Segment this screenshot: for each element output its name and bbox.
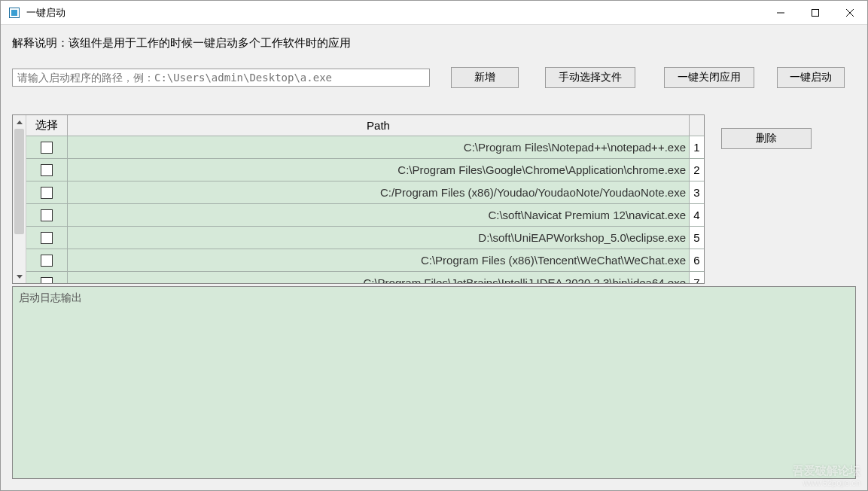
cell-path: C:\Program Files (x86)\Tencent\WeChat\We… [68, 249, 689, 271]
close-button[interactable] [833, 1, 867, 25]
header-select[interactable]: 选择 [26, 115, 68, 136]
cell-select [26, 249, 68, 271]
cell-select [26, 181, 68, 203]
table-row[interactable]: D:\soft\UniEAPWorkshop_5.0\eclipse.exe5 [26, 227, 704, 249]
titlebar-controls [763, 1, 867, 25]
vertical-scrollbar[interactable] [13, 115, 26, 283]
button-group-left: 新增 手动选择文件 [451, 67, 635, 88]
cell-select [26, 227, 68, 249]
table-main: 选择 Path C:\Program Files\Notepad++\notep… [26, 115, 704, 283]
cell-select [26, 272, 68, 283]
header-num [689, 115, 704, 136]
close-all-button[interactable]: 一键关闭应用 [664, 67, 754, 88]
cell-select [26, 136, 68, 158]
window-title: 一键启动 [26, 6, 65, 20]
svg-rect-1 [11, 10, 17, 16]
cell-path: D:\soft\UniEAPWorkshop_5.0\eclipse.exe [68, 227, 689, 249]
svg-marker-6 [17, 120, 23, 124]
scroll-thumb[interactable] [14, 129, 24, 234]
table-row[interactable]: C:\Program Files (x86)\Tencent\WeChat\We… [26, 249, 704, 272]
table-row[interactable]: C:\Program Files\Notepad++\notepad++.exe… [26, 136, 704, 159]
row-checkbox[interactable] [41, 255, 53, 267]
table-row[interactable]: C:\soft\Navicat Premium 12\navicat.exe4 [26, 204, 704, 227]
header-path[interactable]: Path [68, 115, 689, 136]
log-output[interactable]: 启动日志输出 [12, 286, 856, 479]
titlebar-left: 一键启动 [8, 6, 65, 20]
table-body: C:\Program Files\Notepad++\notepad++.exe… [26, 136, 704, 283]
table-row[interactable]: C:\Program Files\JetBrains\IntelliJ IDEA… [26, 272, 704, 283]
minimize-button[interactable] [763, 1, 798, 25]
table-header: 选择 Path [26, 115, 704, 136]
launch-all-button[interactable]: 一键启动 [777, 67, 845, 88]
add-button[interactable]: 新增 [451, 67, 519, 88]
cell-select [26, 159, 68, 181]
button-group-right: 一键关闭应用 一键启动 [664, 67, 845, 88]
content-area: 解释说明：该组件是用于工作的时候一键启动多个工作软件时的应用 新增 手动选择文件… [1, 25, 867, 490]
row-checkbox[interactable] [41, 142, 53, 154]
delete-button[interactable]: 删除 [721, 128, 812, 149]
table-wrapper: 选择 Path C:\Program Files\Notepad++\notep… [12, 114, 705, 284]
table-row[interactable]: C:/Program Files (x86)/Youdao/YoudaoNote… [26, 181, 704, 204]
row-checkbox[interactable] [41, 232, 53, 244]
cell-path: C:\Program Files\Notepad++\notepad++.exe [68, 136, 689, 158]
cell-select [26, 204, 68, 226]
cell-rownum: 4 [689, 204, 704, 226]
cell-rownum: 6 [689, 249, 704, 271]
delete-side: 删除 [721, 114, 812, 284]
row-checkbox[interactable] [41, 164, 53, 176]
path-input[interactable] [12, 69, 430, 87]
scroll-down-icon[interactable] [13, 270, 26, 283]
table-row[interactable]: C:\Program Files\Google\Chrome\Applicati… [26, 159, 704, 181]
cell-path: C:\Program Files\Google\Chrome\Applicati… [68, 159, 689, 181]
table-section: 选择 Path C:\Program Files\Notepad++\notep… [12, 114, 856, 284]
titlebar: 一键启动 [1, 1, 867, 25]
description-text: 解释说明：该组件是用于工作的时候一键启动多个工作软件时的应用 [12, 36, 856, 50]
cell-rownum: 2 [689, 159, 704, 181]
cell-path: C:\Program Files\JetBrains\IntelliJ IDEA… [68, 272, 689, 283]
scroll-up-icon[interactable] [13, 115, 26, 129]
cell-rownum: 3 [689, 181, 704, 203]
svg-marker-7 [17, 275, 23, 279]
input-row: 新增 手动选择文件 一键关闭应用 一键启动 [12, 67, 856, 88]
row-checkbox[interactable] [41, 187, 53, 199]
row-checkbox[interactable] [41, 277, 53, 284]
manual-select-button[interactable]: 手动选择文件 [545, 67, 635, 88]
cell-path: C:\soft\Navicat Premium 12\navicat.exe [68, 204, 689, 226]
row-checkbox[interactable] [41, 209, 53, 221]
cell-rownum: 5 [689, 227, 704, 249]
maximize-button[interactable] [798, 1, 833, 25]
cell-rownum: 1 [689, 136, 704, 158]
svg-rect-3 [812, 9, 819, 16]
scroll-track[interactable] [13, 129, 26, 270]
main-window: 一键启动 解释说明：该组件是用于工作的时候一键启动多个工作软件时的应用 新增 手… [0, 0, 868, 491]
cell-path: C:/Program Files (x86)/Youdao/YoudaoNote… [68, 181, 689, 203]
log-label: 启动日志输出 [19, 291, 82, 303]
app-icon [8, 7, 20, 19]
cell-rownum: 7 [689, 272, 704, 283]
